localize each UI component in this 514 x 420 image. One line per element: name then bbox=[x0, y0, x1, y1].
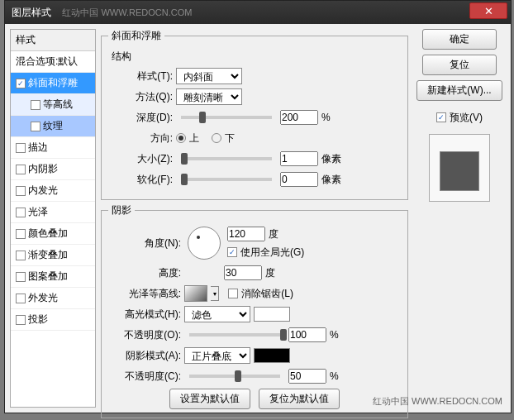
altitude-label: 高度: bbox=[108, 266, 181, 280]
technique-label: 方法(Q): bbox=[108, 90, 173, 104]
item-label: 内发光 bbox=[28, 184, 58, 198]
close-button[interactable]: ✕ bbox=[469, 2, 507, 19]
checkbox-icon[interactable] bbox=[16, 208, 26, 217]
item-label: 内阴影 bbox=[28, 162, 58, 176]
styles-sidebar: 样式 混合选项:默认 斜面和浮雕 等高线 纹理 描边 内阴影 内发光 光泽 颜色… bbox=[10, 29, 96, 408]
watermark-text: 红动中国 WWW.REDOCN.COM bbox=[62, 7, 192, 17]
checkbox-icon[interactable] bbox=[16, 315, 26, 325]
unit-deg: 度 bbox=[269, 227, 278, 241]
item-label: 光泽 bbox=[28, 205, 48, 219]
sidebar-item-innerglow[interactable]: 内发光 bbox=[11, 180, 95, 202]
sidebar-item-bevel[interactable]: 斜面和浮雕 bbox=[11, 73, 95, 94]
preview-checkbox[interactable] bbox=[436, 112, 446, 122]
soften-input[interactable] bbox=[280, 172, 318, 187]
shadow-opacity-label: 不透明度(C): bbox=[108, 370, 181, 384]
checkbox-icon[interactable] bbox=[16, 229, 26, 239]
ok-button[interactable]: 确定 bbox=[422, 29, 497, 50]
size-label: 大小(Z): bbox=[108, 152, 173, 166]
preview-swatch-box bbox=[429, 134, 490, 202]
aa-label: 消除锯齿(L) bbox=[241, 287, 293, 301]
highlight-mode-select[interactable]: 滤色 bbox=[184, 306, 250, 322]
antialias-checkbox[interactable] bbox=[228, 289, 238, 298]
checkbox-icon[interactable] bbox=[16, 79, 26, 88]
new-style-button[interactable]: 新建样式(W)... bbox=[416, 80, 502, 101]
unit-pct: % bbox=[321, 112, 331, 123]
style-select[interactable]: 内斜面 bbox=[176, 68, 242, 84]
altitude-input[interactable] bbox=[224, 265, 262, 280]
direction-label: 方向: bbox=[108, 131, 173, 146]
highlight-opacity-slider[interactable] bbox=[189, 333, 280, 336]
unit-pct: % bbox=[330, 329, 339, 341]
sidebar-item-coloroverlay[interactable]: 颜色叠加 bbox=[11, 223, 95, 245]
checkbox-icon[interactable] bbox=[31, 100, 40, 110]
shadow-opacity-slider[interactable] bbox=[189, 375, 280, 378]
soften-label: 软化(F): bbox=[108, 173, 173, 187]
shading-fieldset: 阴影 角度(N): 度 使用全局光(G) 高度:度 光泽等高线:▾ 消除锯齿(L… bbox=[101, 203, 408, 418]
sidebar-item-outerglow[interactable]: 外发光 bbox=[11, 288, 95, 309]
highlight-color[interactable] bbox=[254, 307, 290, 322]
gloss-label: 光泽等高线: bbox=[108, 287, 181, 301]
size-input[interactable] bbox=[280, 151, 318, 166]
gloss-dropdown-icon[interactable]: ▾ bbox=[211, 286, 219, 301]
checkbox-icon[interactable] bbox=[31, 122, 40, 131]
reset-default-button[interactable]: 复位为默认值 bbox=[259, 389, 340, 409]
item-label: 斜面和浮雕 bbox=[28, 76, 78, 90]
sidebar-item-innershadow[interactable]: 内阴影 bbox=[11, 159, 95, 180]
footer-watermark: 红动中国 WWW.REDOCN.COM bbox=[373, 395, 502, 408]
unit-px: 像素 bbox=[321, 173, 341, 187]
checkbox-icon[interactable] bbox=[16, 186, 26, 196]
item-label: 描边 bbox=[28, 141, 48, 155]
global-light-checkbox[interactable] bbox=[227, 247, 237, 257]
depth-slider[interactable] bbox=[181, 116, 272, 119]
sidebar-item-texture[interactable]: 纹理 bbox=[11, 116, 95, 137]
soften-slider[interactable] bbox=[181, 178, 272, 181]
sidebar-header: 样式 bbox=[11, 30, 95, 51]
sidebar-item-stroke[interactable]: 描边 bbox=[11, 137, 95, 159]
item-label: 渐变叠加 bbox=[28, 248, 68, 262]
bevel-legend: 斜面和浮雕 bbox=[108, 29, 164, 43]
style-label: 样式(T): bbox=[108, 69, 173, 84]
item-label: 等高线 bbox=[43, 98, 73, 112]
angle-label: 角度(N): bbox=[108, 236, 181, 251]
technique-select[interactable]: 雕刻清晰 bbox=[176, 88, 242, 105]
size-slider[interactable] bbox=[181, 157, 272, 160]
make-default-button[interactable]: 设置为默认值 bbox=[169, 389, 250, 409]
structure-label: 结构 bbox=[112, 50, 401, 64]
checkbox-icon[interactable] bbox=[16, 272, 26, 282]
highlight-opacity-label: 不透明度(O): bbox=[108, 328, 181, 342]
checkbox-icon[interactable] bbox=[16, 294, 26, 303]
item-label: 纹理 bbox=[43, 119, 63, 133]
angle-dial[interactable] bbox=[188, 227, 221, 260]
blend-options-row[interactable]: 混合选项:默认 bbox=[11, 51, 95, 73]
unit-deg: 度 bbox=[265, 266, 275, 280]
item-label: 外发光 bbox=[28, 291, 58, 305]
sidebar-item-dropshadow[interactable]: 投影 bbox=[11, 309, 95, 331]
checkbox-icon[interactable] bbox=[16, 165, 26, 174]
unit-px: 像素 bbox=[321, 152, 341, 166]
sidebar-item-contour[interactable]: 等高线 bbox=[11, 94, 95, 116]
item-label: 颜色叠加 bbox=[28, 227, 68, 241]
unit-pct: % bbox=[330, 370, 339, 382]
cancel-button[interactable]: 复位 bbox=[422, 55, 497, 75]
shadow-color[interactable] bbox=[254, 348, 290, 363]
checkbox-icon[interactable] bbox=[16, 143, 26, 153]
shadow-mode-select[interactable]: 正片叠底 bbox=[184, 347, 250, 364]
down-label: 下 bbox=[225, 131, 235, 146]
main-panel: 斜面和浮雕 结构 样式(T):内斜面 方法(Q):雕刻清晰 深度(D):% 方向… bbox=[101, 29, 408, 408]
global-label: 使用全局光(G) bbox=[240, 246, 304, 260]
checkbox-icon[interactable] bbox=[16, 251, 26, 260]
item-label: 投影 bbox=[28, 313, 48, 327]
depth-input[interactable] bbox=[280, 110, 318, 125]
highlight-mode-label: 高光模式(H): bbox=[108, 308, 181, 322]
highlight-opacity-input[interactable] bbox=[288, 327, 326, 342]
dir-down-radio[interactable] bbox=[212, 133, 221, 143]
angle-input[interactable] bbox=[227, 227, 265, 241]
shadow-opacity-input[interactable] bbox=[288, 369, 326, 384]
right-panel: 确定 复位 新建样式(W)... 预览(V) bbox=[413, 29, 506, 408]
sidebar-item-patternoverlay[interactable]: 图案叠加 bbox=[11, 266, 95, 288]
titlebar[interactable]: 图层样式 红动中国 WWW.REDOCN.COM ✕ bbox=[5, 1, 511, 24]
sidebar-item-satin[interactable]: 光泽 bbox=[11, 202, 95, 223]
gloss-contour[interactable] bbox=[184, 285, 207, 302]
dir-up-radio[interactable] bbox=[176, 133, 186, 143]
sidebar-item-gradientoverlay[interactable]: 渐变叠加 bbox=[11, 245, 95, 266]
